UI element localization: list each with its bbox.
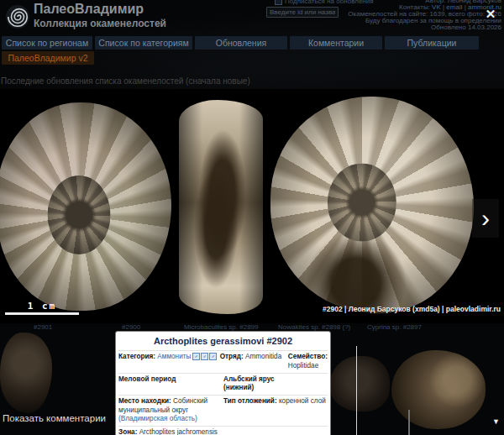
fossil-thumbnail bbox=[0, 333, 52, 413]
site-subtitle: Коллекция окаменелостей bbox=[34, 18, 166, 29]
category-link[interactable]: Аммониты bbox=[157, 353, 191, 360]
site-meta-block: Автор: Леонид Барсуков Контакты: VK | em… bbox=[348, 0, 501, 31]
order-field: Отряд: Ammonitida bbox=[220, 353, 288, 370]
badge-icon[interactable]: ✓ bbox=[201, 353, 208, 360]
next-photo-button[interactable]: › bbox=[472, 199, 499, 238]
page-heading: Последние обновления списка окаменелосте… bbox=[1, 76, 250, 86]
category-badges: ✓✓✓ bbox=[192, 353, 217, 360]
list-cell-divider bbox=[408, 410, 410, 435]
nav-updates[interactable]: Обновления bbox=[195, 36, 287, 50]
site-logo-ammonite-icon[interactable] bbox=[5, 4, 30, 29]
photo-credit: #2902 | Леонид Барсуков (xmd5a) | paleov… bbox=[323, 305, 501, 313]
nav-paleovladimir-v2[interactable]: ПалеоВладимир v2 bbox=[2, 51, 94, 65]
card-row-taxonomy: Категория: Аммониты✓✓✓ Отряд: Ammonitida… bbox=[118, 350, 328, 372]
card-row-location: Место находки: Собинский муниципальный о… bbox=[118, 395, 328, 426]
fossil-thumbnail bbox=[329, 356, 390, 411]
fossil-thumbnail bbox=[391, 350, 486, 429]
region-link[interactable]: (Владимирская область) bbox=[118, 415, 197, 422]
fossil-info-card: Arcthoplites gerassimovi #2902 Категория… bbox=[115, 331, 331, 435]
fossil-title: Arcthoplites gerassimovi #2902 bbox=[118, 333, 328, 350]
site-title[interactable]: ПалеоВладимир bbox=[34, 2, 144, 17]
deposit-field: Тип отложений: коренной слой bbox=[223, 397, 328, 424]
fossil-photo-side-view-right bbox=[270, 97, 474, 313]
badge-icon[interactable]: ✓ bbox=[192, 353, 200, 360]
search-input[interactable] bbox=[266, 7, 339, 18]
fossil-photo-side-view-left bbox=[0, 102, 171, 311]
nav-publications[interactable]: Публикации bbox=[385, 36, 479, 50]
thumb-caption: #2900 bbox=[122, 323, 140, 331]
scale-bar-line bbox=[5, 312, 79, 315]
close-icon[interactable]: ✕ bbox=[482, 7, 499, 22]
subscribe-checkbox[interactable] bbox=[275, 0, 282, 5]
card-row-zone: Зона: Arcthoplites jachromensis bbox=[118, 426, 328, 435]
zone-field: Зона: Arcthoplites jachromensis bbox=[118, 428, 218, 435]
find-place-field: Место находки: Собинский муниципальный о… bbox=[118, 397, 223, 424]
lightbox-photo-area[interactable]: 1 cm #2902 | Леонид Барсуков (xmd5a) | p… bbox=[0, 89, 504, 323]
card-row-period: Меловой период Альбский ярус (нижний) bbox=[118, 373, 328, 395]
scale-label: 1 cm bbox=[5, 301, 79, 312]
show-comments-link[interactable]: Показать комментарии bbox=[3, 413, 106, 423]
nav-list-by-regions[interactable]: Список по регионам bbox=[2, 36, 92, 50]
thumb-caption: Cyprina sp. #2897 bbox=[367, 323, 422, 331]
thumb-caption: Microbaculites sp. #2899 bbox=[184, 323, 259, 331]
app-window: ПалеоВладимир Коллекция окаменелостей По… bbox=[0, 0, 504, 435]
thumb-caption: #2901 bbox=[34, 323, 52, 331]
list-cell-divider bbox=[356, 346, 357, 435]
nav-list-by-categories[interactable]: Список по категориям bbox=[95, 36, 192, 50]
updated-line: Обновлено 14.03.2026 bbox=[348, 24, 501, 31]
scroll-down-icon: ▼ bbox=[492, 417, 500, 426]
family-field: Семейство: Hoplitidae bbox=[288, 353, 328, 370]
scale-bar: 1 cm bbox=[5, 301, 79, 315]
fossil-photo-edge-view bbox=[179, 100, 263, 314]
period-field: Меловой период bbox=[118, 375, 223, 393]
stage-field: Альбский ярус (нижний) bbox=[223, 375, 294, 393]
ammonite-spiral-icon bbox=[5, 4, 30, 29]
badge-icon[interactable]: ✓ bbox=[209, 353, 217, 360]
category-field: Категория: Аммониты✓✓✓ bbox=[118, 353, 220, 370]
thumb-caption: Nowakites sp. #2898 (?) bbox=[278, 323, 350, 331]
ammonite-inner-whorl bbox=[328, 164, 396, 242]
nav-comments[interactable]: Комментарии bbox=[290, 36, 382, 50]
ammonite-inner-whorl bbox=[47, 176, 110, 254]
